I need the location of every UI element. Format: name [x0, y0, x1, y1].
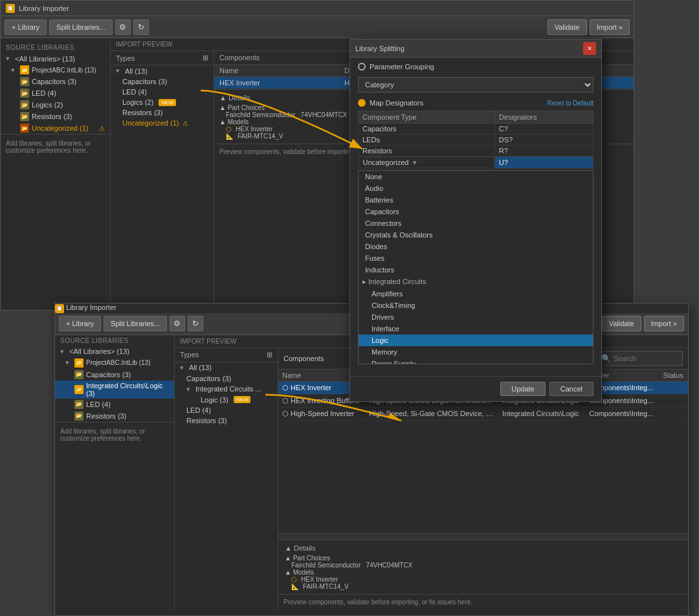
type-logics[interactable]: Logics (2) NEW — [111, 97, 214, 107]
dropdown-fuses[interactable]: Fuses — [359, 252, 593, 264]
search-icon: 🔍 — [601, 354, 611, 363]
category-select[interactable]: Category — [358, 77, 594, 93]
uncategorized-label: Uncategorized (1) — [32, 124, 96, 132]
reset-default-link[interactable]: Reset to Default — [547, 100, 594, 107]
bw-ic-logic[interactable]: 📂 Integrated Circuits\Logic (3) — [55, 380, 174, 399]
horizontal-scrollbar[interactable] — [278, 533, 688, 540]
param-grouping-radio[interactable] — [358, 63, 366, 71]
bw-sidebar-footer: Add libraries, split libraries, orcustom… — [55, 422, 174, 447]
bw-types-header: Types ⊞ — [175, 348, 278, 362]
bw-led[interactable]: 📂 LED (4) — [55, 399, 174, 410]
dropdown-capacitors[interactable]: Capacitors — [359, 206, 593, 217]
warning-icon: ⚠ — [99, 125, 105, 132]
dropdown-drivers[interactable]: Drivers — [359, 311, 593, 323]
bw-folder-3: Components\Integ... — [585, 407, 659, 420]
uncategorized-item[interactable]: 📂 Uncategorized (1) ⚠ — [1, 122, 110, 134]
capacitors-label: Capacitors (3) — [32, 78, 105, 85]
map-design-radio[interactable] — [358, 99, 366, 107]
bw-type-led[interactable]: LED (4) — [175, 405, 278, 415]
bw-type-logic[interactable]: Logic (3) NEW — [175, 395, 278, 405]
settings-icon[interactable]: ⚙ — [115, 19, 131, 35]
bw-capacitors[interactable]: 📂 Capacitors (3) — [55, 369, 174, 380]
search-box: 🔍 — [597, 351, 683, 366]
dialog-close-button[interactable]: × — [583, 42, 596, 55]
bw-led-icon: 📂 — [74, 400, 83, 409]
dropdown-diodes[interactable]: Diodes — [359, 241, 593, 252]
validate-button[interactable]: Validate — [548, 19, 587, 35]
type-res-label: Resistors (3) — [122, 109, 162, 116]
type-uncategorized[interactable]: Uncategorized (1) ⚠ — [111, 118, 214, 128]
project-item[interactable]: ▾ 📁 ProjectABC.IntLib (13) — [1, 64, 110, 76]
map-desig-cap: C? — [494, 124, 593, 135]
dropdown-connectors[interactable]: Connectors — [359, 217, 593, 229]
dropdown-memory[interactable]: Memory — [359, 346, 593, 358]
update-button[interactable]: Update — [500, 382, 545, 396]
dropdown-clock[interactable]: Clock&Timing — [359, 300, 593, 311]
bw-all-libraries[interactable]: ▾ <All Libraries> (13) — [55, 346, 174, 357]
search-input[interactable] — [614, 355, 678, 362]
bw-refresh-icon[interactable]: ↻ — [188, 316, 203, 331]
led-label: LED (4) — [32, 89, 105, 97]
bw-resistors[interactable]: 📂 Resistors (3) — [55, 410, 174, 422]
type-led[interactable]: LED (4) — [111, 87, 214, 97]
dropdown-ic-group: ▸ Integrated Circuits — [359, 276, 593, 288]
dropdown-audio[interactable]: Audio — [359, 182, 593, 194]
dropdown-logic[interactable]: Logic — [359, 335, 593, 346]
bottom-sidebar: SOURCE LIBRARIES ▾ <All Libraries> (13) … — [55, 335, 175, 610]
cancel-button[interactable]: Cancel — [549, 382, 594, 396]
all-libraries-label: <All Libraries> (13) — [15, 55, 105, 63]
all-libraries-item[interactable]: ▾ <All Libraries> (13) — [1, 53, 110, 64]
bw-type-cap[interactable]: Capacitors (3) — [175, 373, 278, 384]
uncategorized-icon: 📂 — [20, 124, 29, 133]
type-capacitors[interactable]: Capacitors (3) — [111, 76, 214, 87]
bw-project[interactable]: ▾ 📁 ProjectABC.IntLib (13) — [55, 357, 174, 369]
type-all[interactable]: ▾ All (13) — [111, 65, 214, 76]
bw-type-ic[interactable]: ▾ Integrated Circuits ... — [175, 384, 278, 395]
bw-name-3: ⬡ High-Speed Inverter — [278, 407, 365, 420]
add-library-button[interactable]: + Library — [5, 19, 47, 35]
map-row-res[interactable]: Resistors R? — [359, 146, 594, 157]
types-icon[interactable]: ⊞ — [203, 54, 208, 62]
map-row-uncat[interactable]: Uncategorized ▼ U? — [359, 157, 594, 169]
capacitors-item[interactable]: 📂 Capacitors (3) — [1, 76, 110, 87]
map-type-cap: Capacitors — [359, 124, 495, 135]
bw-type-all[interactable]: ▾ All (13) — [175, 362, 278, 373]
dropdown-interface[interactable]: Interface — [359, 323, 593, 335]
map-row-led[interactable]: LEDs DS? — [359, 135, 594, 146]
top-window-icon: 📋 — [6, 4, 15, 13]
led-item[interactable]: 📂 LED (4) — [1, 87, 110, 99]
bw-source-label: SOURCE LIBRARIES — [55, 335, 174, 346]
bw-add-library-button[interactable]: + Library — [59, 316, 101, 331]
dropdown-list: None Audio Batteries Capacitors Connecto… — [358, 170, 594, 364]
bw-status-2 — [660, 394, 688, 407]
import-button[interactable]: Import » — [590, 19, 630, 35]
type-resistors[interactable]: Resistors (3) — [111, 107, 214, 118]
map-type-res: Resistors — [359, 146, 495, 157]
split-libraries-button[interactable]: Split Libraries... — [49, 19, 113, 35]
dropdown-batteries[interactable]: Batteries — [359, 194, 593, 206]
bw-settings-icon[interactable]: ⚙ — [170, 316, 185, 331]
map-row-cap[interactable]: Capacitors C? — [359, 124, 594, 135]
bw-res-label: Resistors (3) — [86, 412, 169, 420]
resistors-item[interactable]: 📂 Resistors (3) — [1, 111, 110, 122]
bw-type-res[interactable]: Resistors (3) — [175, 415, 278, 426]
map-designators-section: Map Designators Reset to Default Compone… — [358, 99, 594, 364]
dropdown-inductors[interactable]: Inductors — [359, 264, 593, 276]
type-all-label: All (13) — [125, 67, 148, 75]
refresh-icon[interactable]: ↻ — [133, 19, 149, 35]
bw-split-libraries-button[interactable]: Split Libraries... — [104, 316, 167, 331]
logics-item[interactable]: 📂 Logics (2) — [1, 99, 110, 111]
bw-validate-button[interactable]: Validate — [602, 316, 641, 331]
top-sidebar: SOURCE LIBRARIES ▾ <All Libraries> (13) … — [1, 38, 111, 310]
bw-import-button[interactable]: Import » — [644, 316, 684, 331]
dropdown-power[interactable]: Power Supply — [359, 358, 593, 364]
sidebar-footer: Add libraries, split libraries, orcustom… — [1, 134, 110, 159]
dropdown-crystals[interactable]: Crystals & Oscillators — [359, 229, 593, 241]
bw-row-3[interactable]: ⬡ High-Speed Inverter High-Speed, Si-Gat… — [278, 407, 688, 420]
bw-comp-label: Components — [283, 355, 324, 362]
map-desig-led: DS? — [494, 135, 593, 146]
led-icon: 📂 — [20, 89, 29, 98]
dropdown-amplifiers[interactable]: Amplifiers — [359, 288, 593, 300]
bw-types-icon[interactable]: ⊞ — [267, 351, 272, 359]
dropdown-none[interactable]: None — [359, 171, 593, 182]
